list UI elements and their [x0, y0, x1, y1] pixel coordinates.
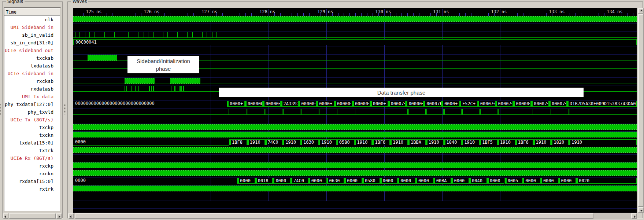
- waves-vscrollbar[interactable]: [638, 8, 644, 213]
- bus-value-label: 74C0: [268, 140, 282, 145]
- wave-phy_txvld-pulse: [300, 109, 301, 114]
- signal-item-txdatasb[interactable]: txdatasb: [4, 62, 60, 70]
- timeline-label: 127: [188, 9, 210, 14]
- waves-vscroll-thumb[interactable]: [638, 14, 644, 207]
- bus-transition-icon: [408, 140, 410, 145]
- bus-value-label: 1BF8: [232, 140, 246, 145]
- scroll-up-icon: [640, 10, 643, 11]
- timeline-minor-tick: [413, 13, 414, 16]
- wave-txdata[15:0]-bus-segment: 1840: [444, 139, 462, 145]
- bus-value-label: 1BF5: [482, 140, 496, 145]
- waves-vscroll-down-button[interactable]: [638, 207, 644, 213]
- signal-item-txckn[interactable]: txckn: [4, 131, 60, 139]
- panel-splitter[interactable]: [64, 103, 66, 114]
- signal-item-ucie-sideband-out[interactable]: UCIe sideband out: [4, 47, 60, 54]
- signal-item-rxdata-15-0-[interactable]: rxdata[15:0]: [4, 177, 60, 185]
- wave-phy_txvld-pulse: [551, 109, 552, 114]
- wave-sb_in_valid-pulse: [173, 32, 178, 37]
- bus-value-label: 2A3392D+: [284, 101, 298, 106]
- bus-value-label: 1910: [536, 140, 550, 145]
- waves-hscroll-thumb[interactable]: [75, 213, 593, 219]
- waves-hscrollbar[interactable]: [68, 213, 637, 219]
- bus-value-label: 0040: [472, 178, 486, 183]
- wave-rxdata[15:0]-bus-segment: 0018: [255, 178, 273, 184]
- waves-vscroll-up-button[interactable]: [638, 8, 644, 14]
- bus-transition-icon: [549, 101, 551, 106]
- timeline-minor-tick: [228, 13, 228, 16]
- wave-txdata[15:0]-bus-segment: 1910: [354, 139, 372, 145]
- signal-item-rxdatasb[interactable]: rxdatasb: [4, 85, 60, 93]
- bus-value-label: 00007+: [480, 101, 495, 106]
- timeline-minor-tick: [164, 13, 165, 16]
- bus-value-label: 0000: [561, 178, 575, 183]
- timeline-minor-tick: [517, 13, 518, 16]
- wave-rxdata[15:0]-bus-segment: 0000: [273, 178, 290, 184]
- wave-sb_in_cmd[31:0]-bus: 00C00041: [73, 39, 637, 45]
- signal-item-ucie-tx-8gt-s-[interactable]: UCIe Tx (8GT/s): [4, 116, 60, 124]
- wave-sb_in_valid-pulse: [134, 32, 138, 37]
- bus-value-label: 00007F+: [426, 101, 441, 106]
- bus-value-label: 0000: [75, 178, 86, 184]
- wave-phy_txvld-pulse: [229, 109, 230, 114]
- bus-value-label: 1910: [464, 140, 478, 145]
- wave-txdata[15:0]-bus-segment: 1910: [390, 139, 408, 145]
- signal-item-phy-txvld[interactable]: phy_txvld: [4, 108, 60, 116]
- timeline-minor-tick: [575, 13, 575, 16]
- bus-transition-icon: [227, 101, 229, 106]
- signal-item-rxcksb[interactable]: rxcksb: [4, 77, 60, 85]
- wave-txdata[15:0]-bus-segment: 1BF8: [229, 139, 247, 145]
- signal-item-sb-in-valid[interactable]: sb_in_valid: [4, 31, 60, 39]
- timeline-unit-label: ns: [386, 9, 391, 14]
- bus-transition-icon: [567, 101, 569, 106]
- signals-list-header[interactable]: Time: [4, 8, 60, 16]
- signal-item-txdata-15-0-[interactable]: txdata[15:0]: [4, 139, 60, 147]
- signals-hscroll-left-button[interactable]: [3, 213, 8, 219]
- bus-transition-icon: [362, 178, 364, 183]
- timeline-minor-tick: [118, 13, 118, 16]
- waves-hscroll-right-button[interactable]: [631, 213, 637, 219]
- signal-item-umi-sideband-in[interactable]: UMI Sideband in: [4, 23, 60, 31]
- timeline-minor-tick: [581, 13, 581, 16]
- signals-list[interactable]: Time clkUMI Sideband insb_in_validsb_in_…: [4, 7, 61, 212]
- row-separator-line: [73, 47, 637, 47]
- signals-hscroll-thumb[interactable]: [9, 213, 56, 219]
- signals-hscroll-right-button[interactable]: [56, 213, 62, 219]
- timeline-unit-label: ns: [617, 9, 622, 14]
- bus-value-label: D1B7D5A30E009D15383743DA0000000: [570, 101, 636, 106]
- bus-value-label: 1910: [285, 140, 300, 145]
- timeline-minor-tick: [240, 13, 240, 16]
- scroll-right-icon: [634, 215, 636, 218]
- timeline-minor-tick: [355, 13, 356, 16]
- waves-hscroll-left-button[interactable]: [68, 213, 74, 219]
- wave-phy_txvld-pulse: [569, 109, 570, 114]
- wave-rxdata[15:0]-bus-segment: 0005: [505, 178, 523, 184]
- wave-rxdata[15:0]-bus-segment: 0000: [237, 178, 255, 184]
- signal-item-rxckn[interactable]: rxckn: [4, 170, 60, 177]
- wave-phy_txvld-pulse: [425, 109, 427, 114]
- bus-transition-icon: [265, 140, 267, 145]
- signal-item-sb-in-cmd-31-0-[interactable]: sb_in_cmd[31:0]: [4, 39, 60, 47]
- signal-item-txcksb[interactable]: txcksb: [4, 54, 60, 62]
- bus-value-label: 0580: [339, 140, 354, 145]
- signal-item-rxckp[interactable]: rxckp: [4, 162, 60, 170]
- timeline-unit-label: ns: [270, 9, 275, 14]
- signal-item-rxtrk[interactable]: rxtrk: [4, 185, 60, 193]
- signal-item-clk[interactable]: clk: [4, 16, 60, 23]
- signal-item-ucie-sideband-in[interactable]: UCIe sideband in: [4, 70, 60, 77]
- wave-phy_txdata[127:0]-bus-segment: 00000+: [513, 101, 531, 107]
- timeline-unit-label: ns: [96, 9, 101, 14]
- signals-hscrollbar[interactable]: [3, 213, 62, 219]
- signal-item-ucie-rx-8gt-s-[interactable]: UCIe Rx (8GT/s): [4, 154, 60, 162]
- signals-panel: Signals Time clkUMI Sideband insb_in_val…: [2, 1, 63, 219]
- bus-transition-icon: [355, 140, 356, 145]
- signal-item-txtrk[interactable]: txtrk: [4, 147, 60, 154]
- signal-item-txckp[interactable]: txckp: [4, 124, 60, 131]
- bus-transition-icon: [523, 178, 524, 183]
- bus-transition-icon: [255, 178, 257, 183]
- wave-canvas[interactable]: 125ns126ns127ns128ns129ns130ns131ns132ns…: [73, 8, 637, 213]
- wave-phy_txdata[127:0]-bus-segment: 00007+: [477, 101, 495, 107]
- signal-item-umi-tx-data[interactable]: UMI Tx data: [4, 93, 60, 100]
- timeline-minor-tick: [628, 13, 628, 16]
- signal-item-phy-txdata-127-0-[interactable]: phy_txdata[127:0]: [4, 100, 60, 108]
- timeline-minor-tick: [633, 13, 633, 16]
